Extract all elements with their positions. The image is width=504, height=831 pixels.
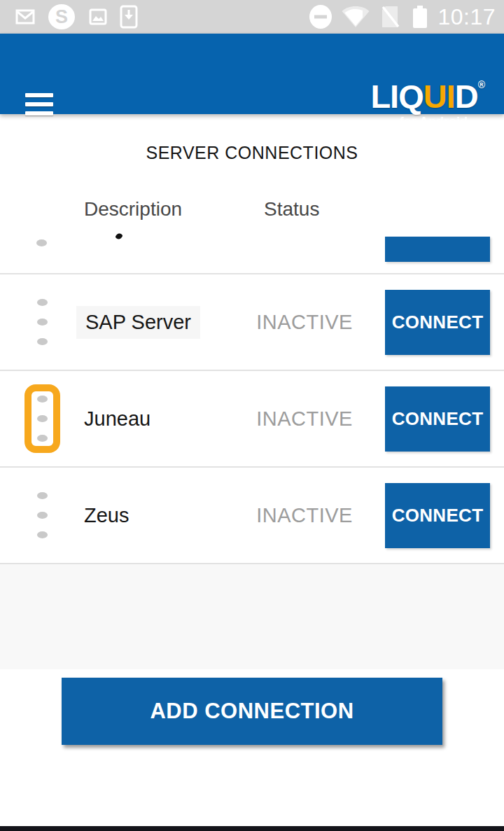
drag-handle-dot (37, 435, 48, 442)
logo-wordmark: LIQUID® (370, 80, 484, 113)
drag-handle-dot (37, 415, 48, 422)
connect-button[interactable]: CONNECT (385, 290, 490, 355)
add-connection-button[interactable]: ADD CONNECTION (62, 678, 442, 745)
server-name: Zeus (84, 504, 129, 527)
system-status-icons: 10:17 (309, 4, 504, 30)
table-row-zeus[interactable]: Zeus INACTIVE CONNECT (0, 468, 504, 564)
navigation-bar-edge (0, 826, 504, 831)
liquid-logo: LIQUID® for Android (370, 80, 484, 128)
drag-handle-dot (37, 492, 48, 499)
status-badge: INACTIVE (252, 311, 357, 334)
connect-button[interactable]: CONNECT (385, 386, 490, 452)
do-not-disturb-icon (309, 4, 332, 29)
drag-handle[interactable] (24, 481, 60, 550)
notification-icons: S (0, 2, 138, 32)
gallery-icon (88, 7, 108, 27)
wifi-icon (342, 5, 370, 29)
svg-text:S: S (55, 6, 68, 27)
logo-subtitle: for Android (370, 116, 484, 128)
connect-button-clipped[interactable] (385, 237, 490, 262)
battery-icon (412, 4, 428, 29)
clipped-text-fragment (115, 232, 123, 240)
clock: 10:17 (438, 4, 496, 30)
column-header-description: Description (84, 198, 182, 221)
page-title: SERVER CONNECTIONS (0, 143, 504, 163)
drag-handle-dot (37, 319, 48, 326)
registered-trademark: ® (478, 79, 484, 90)
gmail-icon (15, 7, 35, 27)
drag-handle[interactable] (24, 288, 60, 356)
drag-handle-dot (37, 396, 48, 403)
status-badge: INACTIVE (252, 504, 357, 527)
download-icon (120, 5, 138, 29)
app-bar: LIQUID® for Android (0, 34, 504, 114)
android-status-bar: S (0, 0, 504, 34)
drag-handle-dot (36, 239, 47, 246)
drag-handle-dot (37, 512, 48, 519)
server-name: Juneau (84, 407, 150, 431)
hamburger-menu-icon[interactable] (25, 93, 53, 116)
table-row-juneau[interactable]: Juneau INACTIVE CONNECT (0, 371, 504, 468)
drag-handle-dot (37, 299, 48, 306)
skype-icon: S (47, 2, 76, 32)
status-badge: INACTIVE (252, 407, 357, 431)
column-header-status: Status (264, 198, 319, 221)
table-row-sap-server[interactable]: SAP Server INACTIVE CONNECT (0, 274, 504, 371)
no-sim-icon (379, 4, 402, 29)
connect-button[interactable]: CONNECT (385, 483, 490, 548)
table-row-partial[interactable] (0, 231, 504, 274)
app-screen: S (0, 0, 504, 831)
server-name: SAP Server (76, 306, 200, 339)
server-connections-list: SAP Server INACTIVE CONNECT Juneau INACT… (0, 231, 504, 669)
drag-handle-dot (37, 338, 48, 345)
list-footer-area (0, 564, 504, 669)
drag-handle-highlighted[interactable] (24, 384, 60, 453)
drag-handle-dot (37, 531, 48, 538)
